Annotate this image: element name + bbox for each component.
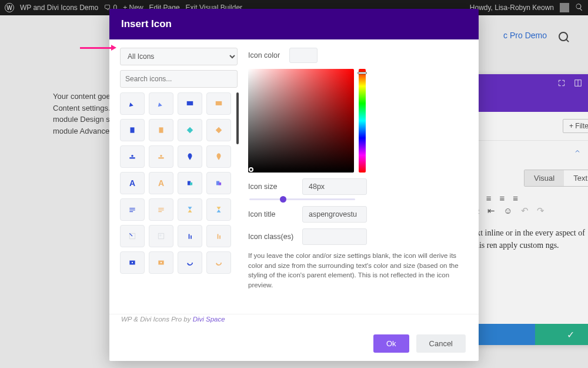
svg-rect-30 xyxy=(219,236,220,239)
icon-option[interactable] xyxy=(149,92,173,115)
icon-option[interactable] xyxy=(178,172,202,194)
icon-option[interactable] xyxy=(149,225,173,247)
annotation-arrow xyxy=(80,47,112,49)
icon-option[interactable] xyxy=(206,119,231,141)
svg-rect-29 xyxy=(218,234,219,239)
icon-option[interactable]: A xyxy=(120,172,145,194)
icon-color-swatch[interactable] xyxy=(289,48,318,63)
icon-option[interactable] xyxy=(178,198,202,221)
icon-grid: A A xyxy=(120,92,233,309)
svg-rect-5 xyxy=(159,127,163,132)
svg-marker-23 xyxy=(188,210,192,213)
icon-option[interactable] xyxy=(206,92,231,115)
svg-rect-8 xyxy=(129,157,135,158)
modal-credit: WP & Divi Icons Pro by Divi Space xyxy=(109,314,479,326)
icon-option[interactable] xyxy=(206,172,231,194)
icon-title-input[interactable] xyxy=(302,206,367,223)
svg-marker-25 xyxy=(217,210,221,213)
icon-option[interactable]: A xyxy=(149,172,173,194)
svg-rect-2 xyxy=(187,101,193,105)
svg-point-36 xyxy=(216,260,221,265)
svg-point-9 xyxy=(131,155,133,157)
svg-rect-15 xyxy=(219,183,221,185)
svg-point-11 xyxy=(160,155,162,157)
icon-option[interactable] xyxy=(120,92,145,115)
icon-search-input[interactable] xyxy=(120,70,238,88)
svg-marker-22 xyxy=(188,207,192,210)
icon-option[interactable] xyxy=(149,251,173,274)
svg-rect-3 xyxy=(216,101,222,105)
icon-option[interactable] xyxy=(149,145,173,168)
icon-option[interactable] xyxy=(120,145,145,168)
modal-title: Insert Icon xyxy=(109,9,479,39)
insert-icon-modal: Insert Icon All Icons xyxy=(109,9,479,361)
svg-rect-4 xyxy=(131,127,135,132)
svg-point-35 xyxy=(188,260,192,265)
color-picker[interactable] xyxy=(248,69,468,173)
cancel-button[interactable]: Cancel xyxy=(416,334,466,353)
svg-marker-6 xyxy=(187,127,193,134)
svg-rect-28 xyxy=(191,236,192,239)
svg-marker-7 xyxy=(216,127,222,134)
saturation-handle[interactable] xyxy=(249,167,253,172)
icon-size-label: Icon size xyxy=(248,183,294,191)
icon-grid-scrollbar[interactable] xyxy=(236,92,239,144)
icon-category-select[interactable]: All Icons xyxy=(120,48,238,65)
hue-slider[interactable] xyxy=(359,69,366,173)
svg-point-26 xyxy=(159,234,162,237)
svg-rect-13 xyxy=(190,183,192,185)
icon-option[interactable] xyxy=(178,225,202,247)
divi-space-link[interactable]: Divi Space xyxy=(193,316,225,323)
svg-point-34 xyxy=(161,262,162,263)
icon-option[interactable] xyxy=(178,145,202,168)
svg-rect-10 xyxy=(158,157,163,158)
icon-option[interactable] xyxy=(206,251,231,274)
icon-option[interactable] xyxy=(120,198,145,221)
svg-point-32 xyxy=(132,262,133,263)
icon-title-label: Icon title xyxy=(248,210,294,218)
icon-classes-label: Icon class(es) xyxy=(248,233,294,241)
icon-size-input[interactable] xyxy=(302,178,367,195)
icon-classes-input[interactable] xyxy=(302,228,367,245)
icon-size-slider[interactable] xyxy=(249,198,355,200)
icon-option[interactable] xyxy=(149,119,173,141)
ok-button[interactable]: Ok xyxy=(373,334,409,353)
icon-option[interactable] xyxy=(120,225,145,247)
icon-option[interactable] xyxy=(120,251,145,274)
icon-option[interactable] xyxy=(149,198,173,221)
icon-option[interactable] xyxy=(206,198,231,221)
icon-color-label: Icon color xyxy=(248,51,280,59)
icon-option[interactable] xyxy=(178,119,202,141)
svg-rect-27 xyxy=(189,234,190,239)
icon-option[interactable] xyxy=(206,225,231,247)
icon-option[interactable] xyxy=(120,119,145,141)
icon-help-text: If you leave the color and/or size setti… xyxy=(248,251,468,290)
icon-option[interactable] xyxy=(206,145,231,168)
icon-option[interactable] xyxy=(178,251,202,274)
icon-option[interactable] xyxy=(178,92,202,115)
svg-marker-24 xyxy=(217,207,221,210)
